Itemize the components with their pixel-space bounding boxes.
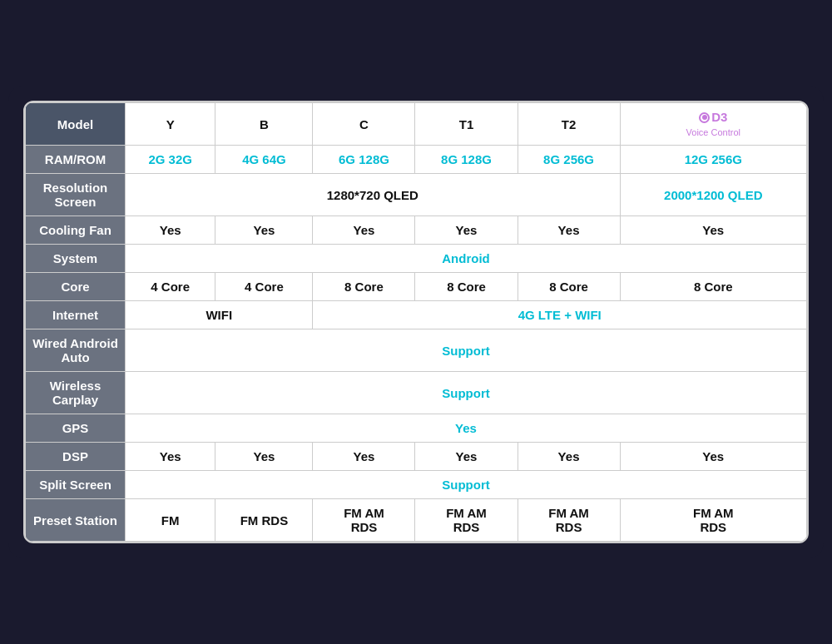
table-cell: 4G 64G <box>215 146 313 174</box>
table-cell: Yes <box>518 443 620 471</box>
table-row: Wired Android AutoSupport <box>26 329 807 372</box>
row-header: GPS <box>26 414 126 443</box>
table-cell: T1 <box>415 103 518 146</box>
table-cell: Android <box>126 245 807 273</box>
table-cell: Yes <box>126 216 215 245</box>
row-header: System <box>26 245 126 273</box>
table-row: RAM/ROM2G 32G4G 64G6G 128G8G 128G8G 256G… <box>26 146 807 174</box>
table-cell: Yes <box>313 216 415 245</box>
table-cell: Yes <box>215 443 313 471</box>
table-cell: FM <box>126 499 215 542</box>
table-row: Wireless CarplaySupport <box>26 372 807 414</box>
table-row: InternetWIFI4G LTE + WIFI <box>26 301 807 329</box>
table-row: Preset StationFMFM RDSFM AM RDSFM AM RDS… <box>26 499 807 542</box>
row-header: Preset Station <box>26 499 126 542</box>
table-cell: FM RDS <box>215 499 313 542</box>
table-cell: T2 <box>518 103 620 146</box>
row-header: Model <box>26 103 126 146</box>
table-row: Resolution Screen1280*720 QLED2000*1200 … <box>26 174 807 216</box>
row-header: Internet <box>26 301 126 329</box>
table-cell: 2000*1200 QLED <box>620 174 806 216</box>
table-cell: FM AM RDS <box>518 499 620 542</box>
table-cell: FM AM RDS <box>415 499 518 542</box>
row-header: Cooling Fan <box>26 216 126 245</box>
table-cell: 8 Core <box>415 273 518 301</box>
table-cell: 8G 128G <box>415 146 518 174</box>
table-row: Split ScreenSupport <box>26 471 807 499</box>
row-header: RAM/ROM <box>26 146 126 174</box>
table-cell: Support <box>126 471 807 499</box>
table-cell: 4 Core <box>215 273 313 301</box>
table-cell: Yes <box>313 443 415 471</box>
outer-container: ModelYBCT1T2 D3 Voice ControlRAM/ROM2G 3… <box>8 86 824 558</box>
table-cell: 6G 128G <box>313 146 415 174</box>
row-header: Wired Android Auto <box>26 329 126 372</box>
table-cell: Yes <box>620 443 806 471</box>
table-cell: Yes <box>126 414 807 443</box>
d3-icon <box>699 112 710 123</box>
table-cell: C <box>313 103 415 146</box>
table-cell: 4G LTE + WIFI <box>313 301 807 329</box>
row-header: Core <box>26 273 126 301</box>
table-row: GPSYes <box>26 414 807 443</box>
table-row: SystemAndroid <box>26 245 807 273</box>
comparison-table-wrap: ModelYBCT1T2 D3 Voice ControlRAM/ROM2G 3… <box>23 101 809 543</box>
table-cell: 8G 256G <box>518 146 620 174</box>
row-header: Wireless Carplay <box>26 372 126 414</box>
table-cell: Yes <box>620 216 806 245</box>
table-cell: Yes <box>415 443 518 471</box>
table-cell: Yes <box>215 216 313 245</box>
row-header: Split Screen <box>26 471 126 499</box>
voice-control-label: Voice Control <box>686 127 740 137</box>
table-row: ModelYBCT1T2 D3 Voice Control <box>26 103 807 146</box>
table-cell: Yes <box>518 216 620 245</box>
table-row: DSPYesYesYesYesYesYes <box>26 443 807 471</box>
row-header: Resolution Screen <box>26 174 126 216</box>
table-row: Cooling FanYesYesYesYesYesYes <box>26 216 807 245</box>
table-cell: Y <box>126 103 215 146</box>
table-cell: Support <box>126 372 807 414</box>
comparison-table: ModelYBCT1T2 D3 Voice ControlRAM/ROM2G 3… <box>25 102 807 542</box>
table-cell: Yes <box>126 443 215 471</box>
table-cell: D3 Voice Control <box>620 103 806 146</box>
table-cell: Support <box>126 329 807 372</box>
table-cell: 12G 256G <box>620 146 806 174</box>
table-cell: 8 Core <box>313 273 415 301</box>
table-cell: 2G 32G <box>126 146 215 174</box>
row-header: DSP <box>26 443 126 471</box>
table-cell: Yes <box>415 216 518 245</box>
table-cell: WIFI <box>126 301 313 329</box>
table-cell: FM AM RDS <box>313 499 415 542</box>
table-cell: 1280*720 QLED <box>126 174 621 216</box>
table-cell: 4 Core <box>126 273 215 301</box>
table-cell: 8 Core <box>620 273 806 301</box>
d3-label: D3 <box>699 110 727 124</box>
table-cell: FM AM RDS <box>620 499 806 542</box>
table-row: Core4 Core4 Core8 Core8 Core8 Core8 Core <box>26 273 807 301</box>
table-cell: 8 Core <box>518 273 620 301</box>
table-cell: B <box>215 103 313 146</box>
